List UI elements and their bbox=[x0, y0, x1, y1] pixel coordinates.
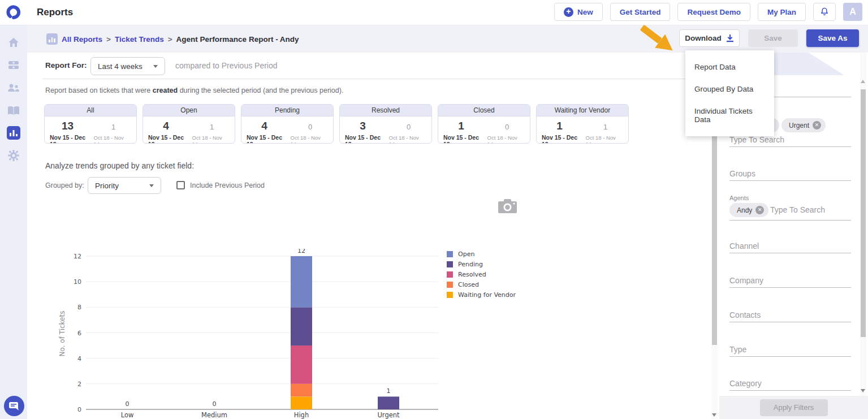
previous-count: 1 bbox=[582, 123, 628, 132]
stat-card-resolved: Resolved 30 Nov 15 - Dec 12Oct 18 - Nov … bbox=[339, 104, 432, 144]
current-range: Nov 15 - Dec 12 bbox=[247, 134, 291, 144]
y-tick-label: 12 bbox=[74, 253, 81, 260]
previous-range: Oct 18 - Nov 14 bbox=[192, 135, 230, 144]
card-title: Pending bbox=[241, 105, 333, 116]
category-field[interactable]: Category bbox=[729, 379, 762, 388]
chart-export-button[interactable] bbox=[498, 198, 517, 216]
breadcrumb-current: Agent Performance Report - Andy bbox=[176, 35, 299, 44]
priority-chip-urgent[interactable]: Urgent ✕ bbox=[781, 118, 826, 132]
previous-count: 1 bbox=[90, 123, 136, 132]
contacts-icon[interactable] bbox=[7, 81, 20, 94]
home-icon[interactable] bbox=[7, 36, 20, 49]
company-field[interactable]: Company bbox=[729, 276, 763, 285]
new-button-label: New bbox=[577, 8, 593, 16]
chat-widget-button[interactable] bbox=[4, 396, 24, 416]
agent-chip-andy[interactable]: Andy ✕ bbox=[729, 203, 768, 217]
bar-segment-open[interactable] bbox=[291, 256, 312, 307]
channel-field[interactable]: Channel bbox=[729, 241, 759, 250]
reports-icon[interactable] bbox=[7, 126, 20, 140]
legend-item-open[interactable]: Open bbox=[447, 250, 516, 258]
legend-item-closed[interactable]: Closed bbox=[447, 281, 516, 288]
save-as-button[interactable]: Save As bbox=[806, 29, 859, 47]
bar-segment-resolved[interactable] bbox=[291, 345, 312, 384]
report-toolbar: All Reports > Ticket Trends > Agent Perf… bbox=[27, 25, 868, 53]
bar-segment-closed[interactable] bbox=[291, 384, 312, 397]
legend-item-resolved[interactable]: Resolved bbox=[447, 271, 516, 278]
y-tick-label: 4 bbox=[77, 355, 81, 362]
tickets-icon[interactable] bbox=[7, 58, 20, 72]
legend-swatch bbox=[447, 292, 453, 298]
legend-item-pending[interactable]: Pending bbox=[447, 261, 516, 268]
download-button[interactable]: Download bbox=[679, 29, 740, 47]
period-select[interactable]: Last 4 weeks bbox=[90, 57, 165, 75]
main-scrollbar-thumb[interactable] bbox=[712, 129, 717, 345]
avatar[interactable]: A bbox=[843, 3, 862, 21]
previous-count: 0 bbox=[386, 123, 431, 132]
menu-item-report-data[interactable]: Report Data bbox=[685, 56, 774, 78]
filter-panel-scrollbar[interactable] bbox=[860, 53, 866, 398]
chip-close-icon[interactable]: ✕ bbox=[755, 206, 764, 214]
my-plan-button[interactable]: My Plan bbox=[758, 3, 806, 21]
current-range: Nov 15 - Dec 12 bbox=[443, 134, 487, 144]
menu-item-grouped-by-data[interactable]: Grouped By Data bbox=[685, 78, 774, 100]
legend-label: Pending bbox=[458, 261, 483, 268]
breadcrumb-ticket-trends[interactable]: Ticket Trends bbox=[115, 35, 164, 44]
report-chart-icon bbox=[46, 33, 58, 45]
stat-card-closed: Closed 10 Nov 15 - Dec 12Oct 18 - Nov 14 bbox=[438, 104, 530, 144]
info-suffix: during the selected period (and the prev… bbox=[178, 87, 343, 94]
get-started-button[interactable]: Get Started bbox=[610, 3, 671, 21]
chip-close-icon[interactable]: ✕ bbox=[813, 121, 821, 129]
status-summary-cards: All 131 Nov 15 - Dec 12Oct 18 - Nov 14 O… bbox=[44, 104, 629, 144]
knowledge-base-icon[interactable] bbox=[7, 103, 20, 117]
current-count: 1 bbox=[438, 120, 484, 132]
filter-field-underline bbox=[729, 356, 851, 357]
card-title: All bbox=[45, 105, 136, 116]
current-range: Nov 15 - Dec 12 bbox=[345, 134, 389, 144]
trend-chart: 0246810120Low0Medium12High1UrgentNo. of … bbox=[59, 249, 447, 419]
bar-segment-waiting-for-vendor[interactable] bbox=[291, 396, 312, 409]
apply-filters-button[interactable]: Apply Filters bbox=[760, 399, 828, 416]
scroll-down-icon[interactable] bbox=[861, 389, 865, 392]
x-category-label: High bbox=[294, 411, 309, 419]
y-tick-label: 2 bbox=[77, 381, 81, 388]
include-previous-checkbox[interactable] bbox=[176, 181, 185, 189]
new-button[interactable]: + New bbox=[554, 3, 603, 21]
y-tick-label: 8 bbox=[77, 304, 81, 311]
plus-icon: + bbox=[564, 7, 573, 17]
scroll-up-icon[interactable] bbox=[861, 80, 865, 83]
download-button-label: Download bbox=[685, 34, 722, 42]
filter-field-underline bbox=[729, 390, 851, 391]
legend-item-waiting-for-vendor[interactable]: Waiting for Vendor bbox=[447, 291, 516, 299]
contacts-field[interactable]: Contacts bbox=[729, 310, 761, 319]
bar-total-label: 12 bbox=[297, 249, 305, 254]
request-demo-button[interactable]: Request Demo bbox=[677, 3, 750, 21]
grouped-by-select[interactable]: Priority bbox=[88, 177, 161, 194]
stat-card-open: Open 41 Nov 15 - Dec 12Oct 18 - Nov 14 bbox=[142, 104, 235, 144]
bar-total-label: 1 bbox=[387, 387, 391, 395]
camera-icon bbox=[498, 198, 517, 214]
previous-count: 0 bbox=[287, 123, 333, 132]
current-count: 3 bbox=[340, 120, 386, 132]
notifications-button[interactable] bbox=[813, 3, 836, 21]
bar-segment-pending[interactable] bbox=[291, 307, 312, 345]
analyze-heading: Analyze trends grouped by any ticket fie… bbox=[45, 161, 194, 170]
bar-segment-pending[interactable] bbox=[378, 396, 399, 409]
current-range: Nov 15 - Dec 12 bbox=[50, 134, 94, 144]
scroll-down-icon[interactable] bbox=[712, 413, 716, 417]
filter-scrollbar-thumb[interactable] bbox=[861, 89, 866, 337]
previous-range: Oct 18 - Nov 14 bbox=[389, 135, 426, 144]
breadcrumb-all-reports[interactable]: All Reports bbox=[62, 35, 102, 44]
x-category-label: Medium bbox=[201, 411, 227, 419]
agents-search-input[interactable]: Type To Search bbox=[770, 205, 825, 214]
legend-swatch bbox=[447, 251, 453, 257]
menu-item-individual-tickets-data[interactable]: Individual Tickets Data bbox=[685, 100, 774, 131]
type-field[interactable]: Type bbox=[729, 345, 746, 354]
settings-icon[interactable] bbox=[7, 149, 20, 162]
toolbar-buttons: Download Save Save As bbox=[679, 29, 859, 47]
card-title: Waiting for Vendor bbox=[537, 105, 628, 116]
legend-label: Open bbox=[458, 250, 474, 258]
priority-search-input[interactable]: Type To Search bbox=[729, 135, 784, 144]
save-button[interactable]: Save bbox=[748, 29, 798, 47]
groups-field[interactable]: Groups bbox=[729, 169, 755, 178]
brand-logo[interactable] bbox=[0, 0, 27, 25]
